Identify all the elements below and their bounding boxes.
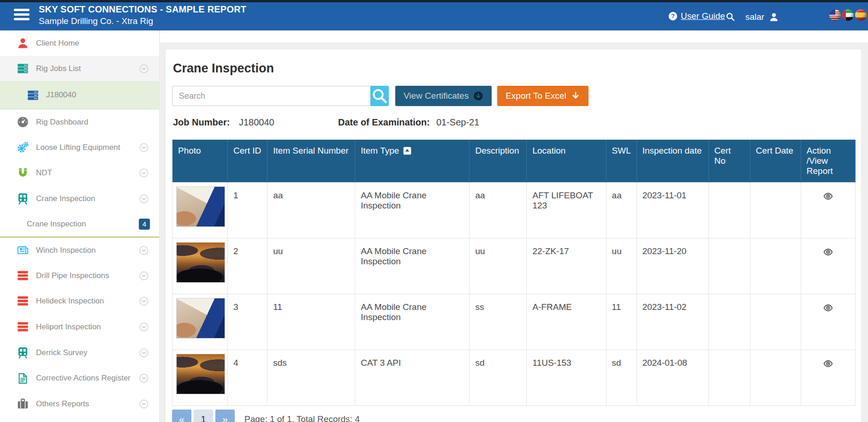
gears-icon	[17, 141, 29, 154]
view-report-eye-icon[interactable]	[823, 359, 833, 369]
magnet-icon	[17, 167, 29, 179]
sidebar-item-label: Rig Dashboard	[36, 118, 88, 127]
sort-up-icon[interactable]	[403, 146, 412, 155]
sidebar-item-label: Heliport Inspection	[36, 322, 101, 332]
sidebar-item-rig-dashboard[interactable]: Rig Dashboard	[0, 109, 159, 135]
column-header-description: Description	[470, 140, 527, 183]
table-row: 2uuAA Mobile Crane Inspectionuu22-ZK-17u…	[172, 238, 856, 294]
stack-icon	[27, 89, 39, 101]
cell-cert-no	[708, 350, 750, 406]
sidebar-item-heliport-inspection[interactable]: Heliport Inspection	[0, 314, 159, 340]
column-header-cert-id: Cert ID	[228, 140, 268, 183]
cell-location: 22-ZK-17	[527, 238, 606, 294]
cell-cert-id: 4	[228, 350, 268, 406]
sidebar-item-crane-inspection[interactable]: Crane Inspection	[0, 186, 159, 211]
stack-icon	[17, 62, 29, 75]
job-number-label: Job Number:	[173, 117, 230, 127]
column-header-item-serial-number: Item Serial Number	[268, 140, 355, 183]
chevron-down-icon[interactable]	[139, 373, 149, 383]
partial-icon	[17, 413, 29, 422]
tablet-photo[interactable]	[176, 298, 225, 339]
sidebar-item-label: Crane Inspection	[36, 194, 95, 203]
photo-cell	[172, 294, 228, 350]
page-1-button[interactable]: 1	[194, 410, 213, 422]
username: salar	[745, 12, 764, 22]
view-report-eye-icon[interactable]	[823, 191, 833, 201]
flag-uae-icon[interactable]	[842, 9, 854, 21]
cell-description: sd	[470, 350, 527, 406]
sidebar-item-label: J180040	[46, 90, 76, 100]
language-flags	[829, 9, 868, 21]
sidebar-item-label: Corrective Actions Register	[36, 374, 131, 383]
page-title: Crane Inspection	[173, 61, 855, 76]
search-button[interactable]	[370, 86, 389, 106]
chevron-down-icon[interactable]	[139, 64, 149, 74]
cell-serial: 11	[268, 294, 355, 350]
sidebar-item-winch-inspection[interactable]: Winch Inspection	[0, 238, 159, 263]
sidebar-item-sub-crane-inspection[interactable]: Crane Inspection4	[0, 211, 159, 238]
action-cell	[801, 238, 855, 294]
prev-page-button[interactable]: «	[172, 410, 191, 422]
briefcase-icon	[17, 398, 29, 410]
flag-usa-icon[interactable]	[829, 9, 841, 21]
sidebar-item-label: Winch Inspection	[36, 246, 95, 255]
sidebar-item-label: Rig Jobs List	[36, 64, 81, 73]
sidebar-item-derrick-survey[interactable]: Derrick Survey	[0, 340, 159, 365]
chevron-down-icon[interactable]	[139, 296, 149, 306]
chevron-down-icon[interactable]	[139, 143, 149, 153]
chevron-down-icon[interactable]	[139, 399, 149, 409]
action-cell	[801, 350, 855, 406]
next-page-button[interactable]: »	[215, 410, 235, 422]
sidebar-nav: Client HomeRig Jobs ListJ180040Rig Dashb…	[0, 30, 160, 422]
cell-serial: uu	[268, 238, 355, 294]
cell-swl: aa	[606, 183, 636, 238]
cell-swl: 11	[606, 294, 636, 350]
photo-cell	[172, 238, 228, 294]
sidebar-item-corrective-actions-register[interactable]: Corrective Actions Register	[0, 365, 159, 391]
tablet-photo[interactable]	[176, 186, 225, 227]
question-circle-icon: ?	[668, 11, 678, 21]
user-guide-link[interactable]: ? User Guide	[668, 11, 725, 21]
car-photo[interactable]	[176, 242, 225, 283]
sidebar-item-drill-pipe-inspections[interactable]: Drill Pipe Inspections	[0, 263, 159, 288]
column-header-cert-no: Cert No	[708, 140, 750, 183]
down-arrow-icon	[571, 91, 580, 101]
pagination-info: Page: 1 of 1, Total Records: 4	[244, 414, 360, 422]
cell-location: 11US-153	[527, 350, 606, 406]
sidebar-item-client-home[interactable]: Client Home	[0, 30, 159, 56]
cell-serial: aa	[268, 183, 355, 238]
sidebar-item-helideck-inspection[interactable]: Helideck Inspection	[0, 288, 159, 314]
cell-cert-date	[750, 238, 801, 294]
account-menu[interactable]: salar	[745, 12, 779, 22]
chevron-down-icon[interactable]	[139, 245, 149, 256]
cell-swl: uu	[606, 238, 636, 294]
cell-cert-date	[750, 350, 801, 406]
sidebar-item-partial[interactable]	[0, 416, 159, 422]
inspection-table: PhotoCert IDItem Serial NumberItem TypeD…	[172, 139, 856, 406]
column-header-item-type[interactable]: Item Type	[355, 140, 470, 183]
chevron-down-icon[interactable]	[139, 271, 149, 281]
pagination: « 1 » Page: 1 of 1, Total Records: 4	[172, 410, 855, 422]
view-report-eye-icon[interactable]	[823, 303, 833, 313]
chevron-down-icon[interactable]	[139, 322, 149, 332]
export-to-excel-button[interactable]: Export To Excel	[497, 86, 589, 106]
view-report-eye-icon[interactable]	[823, 247, 833, 257]
sidebar-item-rig-jobs-list[interactable]: Rig Jobs List	[0, 56, 159, 81]
sidebar-item-j180040[interactable]: J180040	[0, 81, 159, 109]
action-cell	[801, 294, 855, 350]
search-input[interactable]	[172, 86, 370, 106]
bars-icon	[17, 321, 29, 333]
car-photo[interactable]	[176, 354, 225, 394]
bars-icon	[17, 269, 29, 282]
flag-spain-icon[interactable]	[855, 9, 867, 21]
chevron-down-icon[interactable]	[139, 194, 149, 204]
sidebar-item-loose-lifting-equipment[interactable]: Loose Lifting Equipment	[0, 135, 159, 160]
sidebar-item-ndt[interactable]: NDT	[0, 160, 159, 186]
view-certificates-button[interactable]: View Certificates	[395, 86, 492, 106]
chevron-down-icon[interactable]	[139, 348, 149, 358]
column-header-photo: Photo	[172, 140, 228, 183]
column-header-cert-date: Cert Date	[750, 140, 801, 183]
search-icon[interactable]	[725, 12, 736, 22]
chevron-down-icon[interactable]	[139, 168, 149, 178]
cell-inspection-date: 2023-11-20	[636, 238, 708, 294]
